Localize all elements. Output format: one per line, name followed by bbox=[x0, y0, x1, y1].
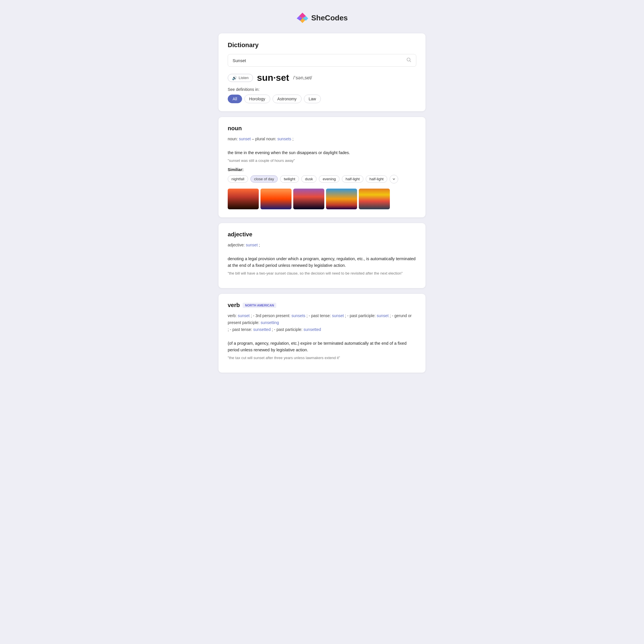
adjective-semicolon: ; bbox=[259, 243, 260, 247]
verb-card: verb NORTH AMERICAN verb: sunset ; - 3rd… bbox=[219, 294, 425, 373]
chevron-down-icon bbox=[392, 178, 395, 181]
filter-buttons: All Horology Astronomy Law bbox=[228, 95, 416, 103]
svg-line-5 bbox=[410, 61, 411, 62]
search-input[interactable] bbox=[233, 58, 406, 63]
verb-word-5[interactable]: sunsetted bbox=[253, 327, 271, 332]
noun-example: "sunset was still a couple of hours away… bbox=[228, 158, 416, 163]
noun-plural-link[interactable]: sunsets bbox=[277, 137, 291, 141]
verb-forms-sep-1: ; - 3rd person present: bbox=[251, 313, 292, 318]
see-definitions-label: See definitions in: bbox=[228, 87, 416, 92]
adjective-pos: adjective bbox=[228, 231, 416, 238]
verb-word-0[interactable]: sunset bbox=[238, 313, 250, 318]
synonym-half-light-1[interactable]: half-light bbox=[342, 175, 363, 183]
verb-forms-sep-6: ; - past participle: bbox=[272, 327, 304, 332]
verb-forms: verb: sunset ; - 3rd person present: sun… bbox=[228, 313, 416, 333]
synonym-nightfall[interactable]: nightfall bbox=[228, 175, 248, 183]
verb-forms-sep-5: ; - past tense: bbox=[228, 327, 253, 332]
adjective-forms: adjective: sunset ; bbox=[228, 242, 416, 249]
adjective-word-link[interactable]: sunset bbox=[246, 243, 258, 247]
page-title: Dictionary bbox=[228, 41, 416, 49]
verb-word-4[interactable]: sunsetting bbox=[260, 320, 279, 325]
search-icon bbox=[406, 57, 411, 62]
north-american-badge: NORTH AMERICAN bbox=[243, 303, 276, 308]
similiar-label: Similiar: bbox=[228, 167, 416, 172]
synonym-close-of-day[interactable]: close of day bbox=[250, 175, 278, 183]
adjective-definition: denoting a legal provision under which a… bbox=[228, 256, 416, 269]
search-box bbox=[228, 54, 416, 67]
verb-forms-prefix-0: verb: bbox=[228, 313, 238, 318]
adjective-example: "the bill will have a two-year sunset cl… bbox=[228, 271, 416, 275]
noun-semicolon: ; bbox=[292, 137, 294, 141]
verb-forms-sep-3: ; - past participle: bbox=[345, 313, 377, 318]
word-header: 🔊 Listen sun·set /ˈsən,set/ bbox=[228, 72, 416, 83]
filter-astronomy[interactable]: Astronomy bbox=[273, 95, 302, 103]
svg-point-4 bbox=[407, 58, 410, 61]
synonyms-row: nightfall close of day twilight dusk eve… bbox=[228, 175, 416, 183]
synonym-dusk[interactable]: dusk bbox=[301, 175, 317, 183]
verb-word-1[interactable]: sunsets bbox=[292, 313, 305, 318]
word-display: sun·set bbox=[257, 72, 289, 83]
verb-header: verb NORTH AMERICAN bbox=[228, 302, 416, 308]
speaker-icon: 🔊 bbox=[232, 76, 237, 80]
synonym-half-light-2[interactable]: half-light bbox=[366, 175, 387, 183]
sunset-image-1[interactable] bbox=[228, 189, 259, 209]
main-content: Dictionary 🔊 Listen sun·set /ˈsən,set/ S… bbox=[219, 33, 425, 373]
adjective-card: adjective adjective: sunset ; denoting a… bbox=[219, 223, 425, 288]
logo-icon bbox=[296, 11, 309, 24]
noun-forms-prefix: noun: bbox=[228, 137, 238, 141]
phonetic: /ˈsən,set/ bbox=[293, 75, 312, 81]
filter-law[interactable]: Law bbox=[304, 95, 321, 103]
filter-all[interactable]: All bbox=[228, 95, 242, 103]
search-card: Dictionary 🔊 Listen sun·set /ˈsən,set/ S… bbox=[219, 33, 425, 111]
sunset-images bbox=[228, 189, 416, 209]
search-button[interactable] bbox=[406, 57, 411, 64]
sunset-image-2[interactable] bbox=[260, 189, 292, 209]
page-header: SheCodes bbox=[6, 11, 638, 24]
verb-pos: verb bbox=[228, 302, 240, 308]
adjective-forms-prefix: adjective: bbox=[228, 243, 245, 247]
logo: SheCodes bbox=[296, 11, 348, 24]
verb-word-6[interactable]: sunsetted bbox=[304, 327, 321, 332]
verb-word-3[interactable]: sunset bbox=[377, 313, 388, 318]
noun-card: noun noun: sunset – plural noun: sunsets… bbox=[219, 117, 425, 217]
noun-definition: the time in the evening when the sun dis… bbox=[228, 149, 416, 156]
synonym-twilight[interactable]: twilight bbox=[280, 175, 299, 183]
sunset-image-3[interactable] bbox=[293, 189, 324, 209]
listen-label: Listen bbox=[239, 76, 249, 80]
sunset-image-5[interactable] bbox=[359, 189, 390, 209]
sunset-image-4[interactable] bbox=[326, 189, 357, 209]
verb-example: "the tax cut will sunset after three yea… bbox=[228, 356, 416, 360]
verb-forms-sep-2: ; - past tense: bbox=[306, 313, 332, 318]
noun-forms: noun: sunset – plural noun: sunsets ; bbox=[228, 136, 416, 143]
listen-button[interactable]: 🔊 Listen bbox=[228, 74, 253, 82]
filter-horology[interactable]: Horology bbox=[244, 95, 270, 103]
verb-word-2[interactable]: sunset bbox=[332, 313, 344, 318]
noun-pos: noun bbox=[228, 125, 416, 132]
synonyms-expand-button[interactable] bbox=[390, 175, 398, 183]
noun-word-link[interactable]: sunset bbox=[239, 137, 251, 141]
verb-definition: (of a program, agency, regulation, etc.)… bbox=[228, 340, 416, 353]
noun-forms-sep1: – plural noun: bbox=[252, 137, 276, 141]
synonym-evening[interactable]: evening bbox=[319, 175, 340, 183]
logo-text: SheCodes bbox=[311, 14, 348, 22]
